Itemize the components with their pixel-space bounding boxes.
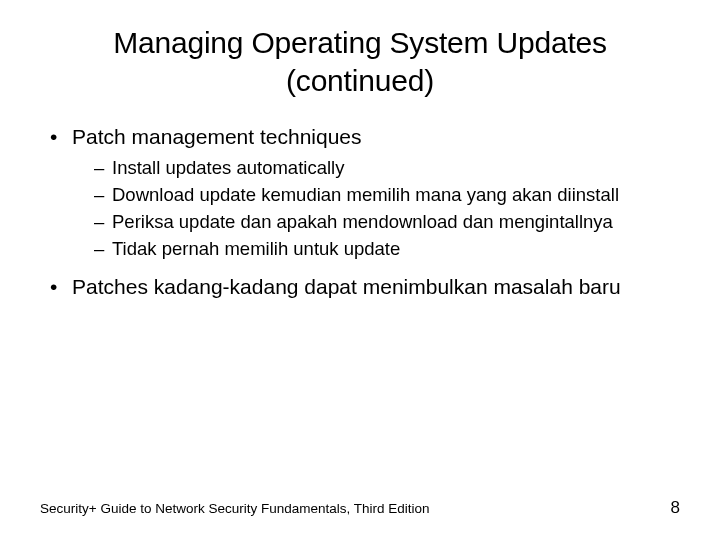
bullet-icon: • bbox=[50, 273, 72, 300]
sub-text: Download update kemudian memilih mana ya… bbox=[112, 183, 680, 207]
slide-title: Managing Operating System Updates (conti… bbox=[40, 24, 680, 99]
dash-icon: – bbox=[94, 183, 112, 207]
dash-icon: – bbox=[94, 156, 112, 180]
slide-body: • Patch management techniques – Install … bbox=[40, 123, 680, 301]
title-line-1: Managing Operating System Updates bbox=[113, 26, 607, 59]
bullet-item: • Patches kadang-kadang dapat menimbulka… bbox=[50, 273, 680, 300]
sub-text: Install updates automatically bbox=[112, 156, 680, 180]
page-number: 8 bbox=[671, 498, 680, 518]
sub-list: – Install updates automatically – Downlo… bbox=[94, 156, 680, 261]
slide-footer: Security+ Guide to Network Security Fund… bbox=[40, 498, 680, 518]
bullet-item: • Patch management techniques bbox=[50, 123, 680, 150]
dash-icon: – bbox=[94, 237, 112, 261]
sub-text: Tidak pernah memilih untuk update bbox=[112, 237, 680, 261]
sub-item: – Install updates automatically bbox=[94, 156, 680, 180]
sub-text: Periksa update dan apakah mendownload da… bbox=[112, 210, 680, 234]
footer-text: Security+ Guide to Network Security Fund… bbox=[40, 501, 430, 516]
bullet-text: Patch management techniques bbox=[72, 123, 680, 150]
sub-item: – Tidak pernah memilih untuk update bbox=[94, 237, 680, 261]
bullet-text: Patches kadang-kadang dapat menimbulkan … bbox=[72, 273, 680, 300]
sub-item: – Periksa update dan apakah mendownload … bbox=[94, 210, 680, 234]
bullet-icon: • bbox=[50, 123, 72, 150]
title-line-2: (continued) bbox=[286, 64, 434, 97]
dash-icon: – bbox=[94, 210, 112, 234]
sub-item: – Download update kemudian memilih mana … bbox=[94, 183, 680, 207]
